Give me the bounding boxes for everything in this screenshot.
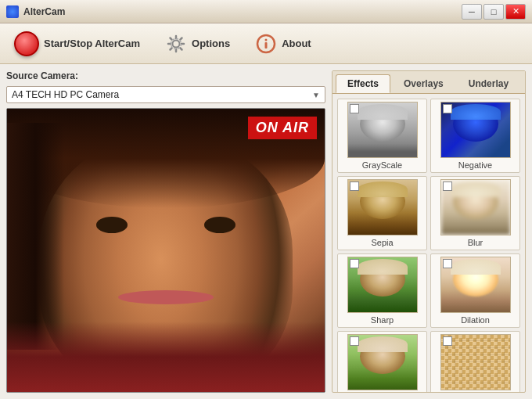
effect-label-dilation: Dilation [461,315,490,325]
effect-checkbox-sharp[interactable] [350,259,359,268]
effect-checkbox-dilation[interactable] [443,259,452,268]
source-camera-dropdown[interactable]: A4 TECH HD PC Camera ▼ [6,86,325,103]
video-preview: ON AIR [6,108,325,393]
tab-overlays[interactable]: Overlays [392,74,455,93]
options-label: Options [192,38,230,49]
effect-checkbox-sepia[interactable] [350,182,359,191]
options-button[interactable]: Options [159,30,236,58]
effect-label-sharp: Sharp [371,315,394,325]
close-button[interactable]: ✕ [505,4,526,20]
on-air-badge: ON AIR [248,117,317,139]
effect-thumb-erosion [347,334,418,390]
effect-blur[interactable]: Blur [430,176,520,250]
effect-label-blur: Blur [468,238,483,247]
toolbar: Start/Stop AlterCam Options About [0,23,532,64]
effect-thumb-negative [440,102,511,158]
title-bar: AlterCam ─ □ ✕ [0,0,532,23]
effects-grid: GrayScale Negative [332,94,525,392]
tab-effects[interactable]: Effects [336,74,390,93]
effect-thumb-mosaic [440,334,511,390]
effect-checkbox-blur[interactable] [443,182,452,191]
effect-checkbox-erosion[interactable] [350,336,359,346]
about-label: About [282,38,311,49]
effect-thumb-blur [440,179,511,235]
dropdown-arrow-icon: ▼ [312,91,320,99]
left-panel: Source Camera: A4 TECH HD PC Camera ▼ ON… [6,70,325,393]
start-stop-button[interactable]: Start/Stop AlterCam [8,28,146,59]
effect-thumb-grayscale [347,102,418,158]
effect-erosion[interactable]: Erosion [337,331,427,392]
svg-point-0 [173,40,180,47]
window-controls: ─ □ ✕ [462,4,526,20]
effect-dilation[interactable]: Dilation [430,253,520,328]
effect-checkbox-negative[interactable] [443,104,452,113]
right-panel: Effects Overlays Underlay GraySca [332,70,526,393]
effect-negative[interactable]: Negative [430,99,520,173]
effect-mosaic[interactable]: Mosaic [430,331,520,392]
tabs-header: Effects Overlays Underlay [332,71,525,94]
effect-label-sepia: Sepia [371,238,393,247]
minimize-button[interactable]: ─ [462,4,482,20]
app-title: AlterCam [23,6,462,17]
main-content: Source Camera: A4 TECH HD PC Camera ▼ ON… [0,64,532,399]
start-stop-label: Start/Stop AlterCam [44,38,140,49]
effect-sepia[interactable]: Sepia [337,176,427,250]
effect-thumb-dilation [440,257,511,313]
about-button[interactable]: About [249,30,318,58]
source-camera-label: Source Camera: [6,70,325,81]
maximize-button[interactable]: □ [483,4,504,20]
source-camera-value: A4 TECH HD PC Camera [12,89,312,100]
effect-thumb-sepia [347,179,418,235]
effect-grayscale[interactable]: GrayScale [337,99,427,173]
start-stop-icon [14,31,39,56]
svg-point-3 [265,38,268,41]
gear-icon [165,33,187,55]
effect-thumb-sharp [347,257,418,313]
effect-label-grayscale: GrayScale [362,160,402,170]
effect-checkbox-mosaic[interactable] [443,336,452,346]
about-icon [255,33,277,55]
app-icon [6,5,19,18]
tab-underlay[interactable]: Underlay [457,74,520,93]
effect-sharp[interactable]: Sharp [337,253,427,328]
effect-checkbox-grayscale[interactable] [350,104,359,113]
svg-rect-4 [265,42,268,49]
effect-label-negative: Negative [458,160,492,170]
